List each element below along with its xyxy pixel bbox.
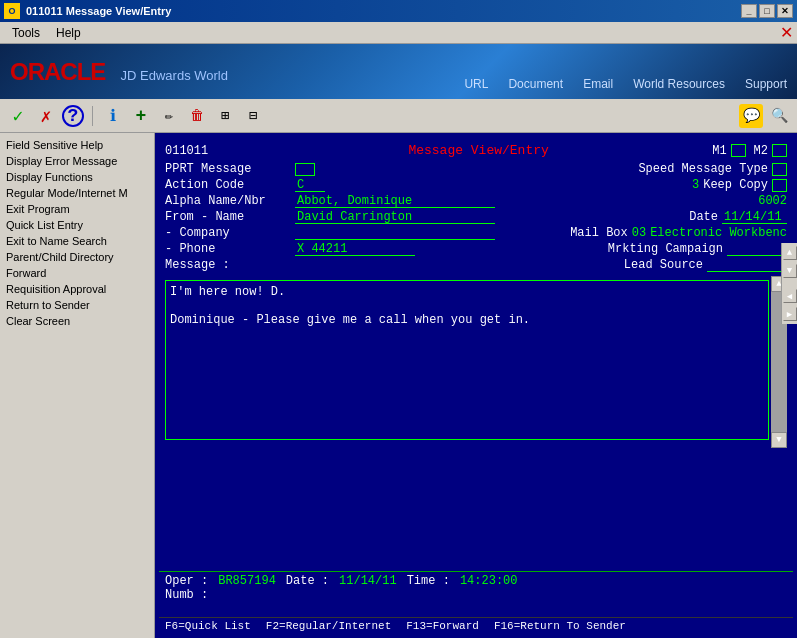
oracle-header: ORACLE JD Edwards World URL Document Ema… bbox=[0, 44, 797, 99]
right-scroll-panel: ▲ ▼ ◀ ▶ bbox=[781, 243, 797, 324]
nav-document[interactable]: Document bbox=[508, 77, 563, 91]
oper-value: BR857194 bbox=[218, 574, 276, 588]
right-scroll-down[interactable]: ▼ bbox=[783, 264, 797, 278]
message-area-container: I'm here now! D. Dominique - Please give… bbox=[165, 276, 787, 448]
status-row-2: Numb : bbox=[165, 588, 787, 602]
company-row: - Company Mail Box 03 Electronic Workben… bbox=[165, 226, 787, 240]
toolbar-separator-1 bbox=[92, 106, 93, 126]
scroll-down-button[interactable]: ▼ bbox=[771, 432, 787, 448]
search-button[interactable]: 🔍 bbox=[767, 104, 791, 128]
date-label: Date bbox=[689, 210, 718, 224]
from-value[interactable]: David Carrington bbox=[295, 210, 495, 224]
company-value[interactable] bbox=[295, 226, 495, 240]
right-scroll-prev[interactable]: ◀ bbox=[783, 289, 797, 303]
add-button[interactable]: + bbox=[129, 104, 153, 128]
sidebar-item-exit-program[interactable]: Exit Program bbox=[0, 201, 154, 217]
sidebar-item-field-sensitive-help[interactable]: Field Sensitive Help bbox=[0, 137, 154, 153]
from-row: From - Name David Carrington Date 11/14/… bbox=[165, 210, 787, 224]
mrkting-value[interactable] bbox=[727, 242, 787, 256]
oracle-logo: ORACLE JD Edwards World bbox=[10, 58, 228, 86]
sidebar-item-requisition[interactable]: Requisition Approval bbox=[0, 281, 154, 297]
status-row-1: Oper : BR857194 Date : 11/14/11 Time : 1… bbox=[165, 574, 787, 588]
sidebar-item-regular-mode[interactable]: Regular Mode/Internet M bbox=[0, 185, 154, 201]
info-button[interactable]: ℹ bbox=[101, 104, 125, 128]
window-controls[interactable]: _ □ ✕ bbox=[741, 4, 793, 18]
sidebar-item-exit-name-search[interactable]: Exit to Name Search bbox=[0, 233, 154, 249]
action-label: Action Code bbox=[165, 178, 295, 192]
action-value[interactable]: C bbox=[295, 178, 325, 192]
copy-button[interactable]: ⊞ bbox=[213, 104, 237, 128]
time-value: 14:23:00 bbox=[460, 574, 518, 588]
sidebar-item-display-functions[interactable]: Display Functions bbox=[0, 169, 154, 185]
fn-bar: F6=Quick List F2=Regular/Internet F13=Fo… bbox=[159, 617, 793, 634]
help-button[interactable]: ? bbox=[62, 105, 84, 127]
menu-tools[interactable]: Tools bbox=[4, 24, 48, 42]
sidebar-item-display-error-message[interactable]: Display Error Message bbox=[0, 153, 154, 169]
m1-checkbox[interactable] bbox=[731, 144, 746, 157]
fn-f6[interactable]: F6=Quick List bbox=[165, 620, 251, 632]
m2-label: M2 bbox=[754, 144, 768, 158]
check-button[interactable]: ✓ bbox=[6, 104, 30, 128]
close-button[interactable]: ✕ bbox=[777, 4, 793, 18]
fn-f13[interactable]: F13=Forward bbox=[406, 620, 479, 632]
fn-f16[interactable]: F16=Return To Sender bbox=[494, 620, 626, 632]
keep-copy-checkbox[interactable] bbox=[772, 179, 787, 192]
sidebar-item-quick-list-entry[interactable]: Quick List Entry bbox=[0, 217, 154, 233]
mailbox-value: 03 bbox=[632, 226, 646, 240]
edit-button[interactable]: ✏ bbox=[157, 104, 181, 128]
time-label: Time : bbox=[407, 574, 450, 588]
numb-label: Numb : bbox=[165, 588, 208, 602]
speed-checkbox[interactable] bbox=[772, 163, 787, 176]
phone-value[interactable]: X 44211 bbox=[295, 242, 415, 256]
action-row: Action Code C 3 Keep Copy bbox=[165, 178, 787, 192]
menu-bar: Tools Help ✕ bbox=[0, 22, 797, 44]
nav-world-resources[interactable]: World Resources bbox=[633, 77, 725, 91]
cancel-button[interactable]: ✗ bbox=[34, 104, 58, 128]
date-status-label: Date : bbox=[286, 574, 329, 588]
lead-label: Lead Source bbox=[624, 258, 703, 272]
speed-label: Speed Message Type bbox=[638, 162, 768, 176]
oper-label: Oper : bbox=[165, 574, 208, 588]
nav-support[interactable]: Support bbox=[745, 77, 787, 91]
right-scroll-up[interactable]: ▲ bbox=[783, 246, 797, 260]
form-container: 011011 Message View/Entry M1 M2 PPRT Mes… bbox=[159, 137, 793, 634]
menu-help[interactable]: Help bbox=[48, 24, 89, 42]
right-scroll-next[interactable]: ▶ bbox=[783, 307, 797, 321]
m2-checkbox[interactable] bbox=[772, 144, 787, 157]
nbr-value: 6002 bbox=[758, 194, 787, 208]
pprt-row: PPRT Message Speed Message Type bbox=[165, 162, 787, 176]
lead-row: Message : Lead Source bbox=[165, 258, 787, 272]
sidebar-item-return-sender[interactable]: Return to Sender bbox=[0, 297, 154, 313]
company-label: - Company bbox=[165, 226, 295, 240]
nav-url[interactable]: URL bbox=[464, 77, 488, 91]
status-bar: Oper : BR857194 Date : 11/14/11 Time : 1… bbox=[159, 571, 793, 604]
close-app-button[interactable]: ✕ bbox=[780, 23, 793, 42]
window-icon: O bbox=[4, 3, 20, 19]
paste-button[interactable]: ⊟ bbox=[241, 104, 265, 128]
alpha-value[interactable]: Abbot, Dominique bbox=[295, 194, 495, 208]
sidebar-item-clear-screen[interactable]: Clear Screen bbox=[0, 313, 154, 329]
chat-button[interactable]: 💬 bbox=[739, 104, 763, 128]
pprt-label: PPRT Message bbox=[165, 162, 295, 176]
main-layout: Field Sensitive Help Display Error Messa… bbox=[0, 133, 797, 638]
window-title: 011011 Message View/Entry bbox=[26, 5, 741, 17]
phone-label: - Phone bbox=[165, 242, 295, 256]
date-status-value: 11/14/11 bbox=[339, 574, 397, 588]
mailbox-desc: Electronic Workbenc bbox=[650, 226, 787, 240]
minimize-button[interactable]: _ bbox=[741, 4, 757, 18]
delete-button[interactable]: 🗑 bbox=[185, 104, 209, 128]
nav-email[interactable]: Email bbox=[583, 77, 613, 91]
maximize-button[interactable]: □ bbox=[759, 4, 775, 18]
alpha-label: Alpha Name/Nbr bbox=[165, 194, 295, 208]
from-label: From - Name bbox=[165, 210, 295, 224]
pprt-checkbox[interactable] bbox=[295, 163, 315, 176]
message-textarea[interactable]: I'm here now! D. Dominique - Please give… bbox=[165, 280, 769, 440]
toolbar: ✓ ✗ ? ℹ + ✏ 🗑 ⊞ ⊟ 💬 🔍 bbox=[0, 99, 797, 133]
fn-f2[interactable]: F2=Regular/Internet bbox=[266, 620, 391, 632]
date-value[interactable]: 11/14/11 bbox=[722, 210, 787, 224]
form-title: Message View/Entry bbox=[245, 143, 712, 158]
sidebar-item-forward[interactable]: Forward bbox=[0, 265, 154, 281]
lead-value[interactable] bbox=[707, 258, 787, 272]
header-nav: URL Document Email World Resources Suppo… bbox=[464, 77, 787, 91]
sidebar-item-parent-child[interactable]: Parent/Child Directory bbox=[0, 249, 154, 265]
